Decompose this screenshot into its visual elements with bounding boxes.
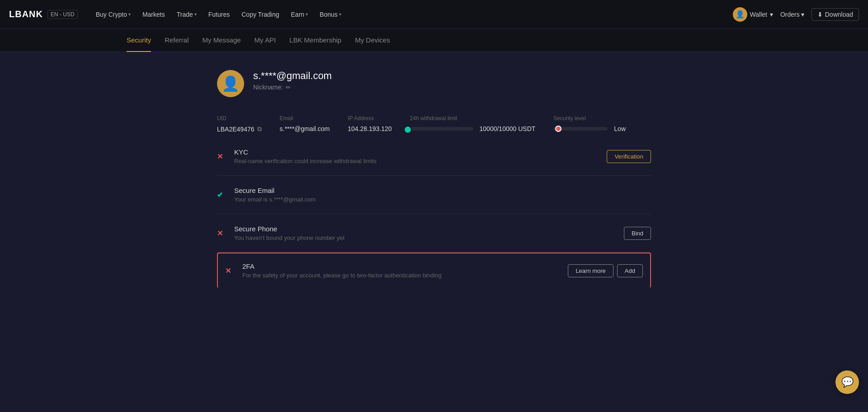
chevron-down-icon: ▾ (339, 12, 341, 17)
secure-phone-description: You haven't bound your phone number yet (234, 234, 624, 241)
secure-phone-title: Secure Phone (234, 225, 624, 233)
nav-markets[interactable]: Markets (138, 8, 170, 21)
navbar: LBANK EN - USD Buy Crypto ▾ Markets Trad… (0, 0, 868, 29)
email-content: Secure Email Your email is s.****@gmail.… (234, 187, 651, 203)
email-label: Email (280, 115, 330, 122)
chevron-down-icon: ▾ (801, 11, 804, 18)
tab-my-devices[interactable]: My Devices (355, 29, 390, 52)
stats-row: UID LBA2E49476 ⧉ Email s.****@gmail.com … (217, 115, 651, 137)
bind-phone-button[interactable]: Bind (624, 227, 651, 240)
withdrawal-progress-bar (410, 127, 473, 131)
kyc-content: KYC Real-name verification could increas… (234, 148, 607, 164)
2fa-content: 2FA For the safety of your account, plea… (242, 262, 568, 279)
status-check-icon: ✔ (217, 191, 228, 199)
stat-uid: UID LBA2E49476 ⧉ (217, 115, 262, 133)
nav-earn[interactable]: Earn ▾ (287, 8, 313, 21)
nav-links: Buy Crypto ▾ Markets Trade ▾ Futures Cop… (91, 8, 733, 21)
nav-buy-crypto[interactable]: Buy Crypto ▾ (91, 8, 135, 21)
wallet-button[interactable]: 👤 Wallet ▾ (733, 7, 773, 22)
tab-lbk-membership[interactable]: LBK Membership (289, 29, 341, 52)
kyc-title: KYC (234, 148, 607, 156)
status-x-icon: ✕ (225, 267, 236, 275)
verification-button[interactable]: Verification (607, 150, 651, 163)
security-level-label: Security level (553, 115, 626, 122)
add-2fa-button[interactable]: Add (617, 264, 643, 277)
2fa-description: For the safety of your account, please g… (242, 272, 568, 279)
edit-nickname-icon[interactable]: ✏ (286, 84, 291, 91)
navbar-right: 👤 Wallet ▾ Orders ▾ ⬇ Download (733, 7, 859, 22)
stat-email: Email s.****@gmail.com (280, 115, 330, 133)
tab-bar: Security Referral My Message My API LBK … (0, 29, 868, 52)
security-item-2fa: ✕ 2FA For the safety of your account, pl… (217, 253, 651, 288)
orders-button[interactable]: Orders ▾ (780, 11, 804, 18)
main-content: 👤 s.****@gmail.com Nickname: ✏ UID LBA2E… (208, 52, 660, 310)
chevron-down-icon: ▾ (770, 11, 773, 18)
profile-avatar: 👤 (217, 70, 244, 97)
secure-email-title: Secure Email (234, 187, 651, 194)
stat-withdrawal: 24h withdrawal limit 10000/10000 USDT (410, 115, 536, 133)
tab-my-api[interactable]: My API (255, 29, 276, 52)
profile-email: s.****@gmail.com (253, 70, 651, 82)
security-level-value: Low (553, 125, 626, 132)
avatar: 👤 (733, 7, 747, 22)
2fa-actions: Learn more Add (568, 264, 643, 277)
profile-section: 👤 s.****@gmail.com Nickname: ✏ (217, 70, 651, 97)
security-item-phone: ✕ Secure Phone You haven't bound your ph… (217, 214, 651, 253)
profile-nickname: Nickname: ✏ (253, 84, 651, 91)
uid-value: LBA2E49476 ⧉ (217, 125, 262, 133)
chevron-down-icon: ▾ (194, 12, 197, 17)
security-item-kyc: ✕ KYC Real-name verification could incre… (217, 137, 651, 176)
withdrawal-label: 24h withdrawal limit (410, 115, 536, 122)
language-selector[interactable]: EN - USD (47, 10, 78, 19)
nav-bonus[interactable]: Bonus ▾ (315, 8, 346, 21)
secure-email-description: Your email is s.****@gmail.com (234, 196, 651, 203)
tab-my-message[interactable]: My Message (203, 29, 241, 52)
uid-label: UID (217, 115, 262, 122)
chat-widget[interactable]: 💬 (835, 370, 859, 394)
kyc-description: Real-name verification could increase wi… (234, 158, 607, 164)
chevron-down-icon: ▾ (128, 12, 131, 17)
security-item-email: ✔ Secure Email Your email is s.****@gmai… (217, 176, 651, 214)
kyc-actions: Verification (607, 150, 651, 163)
download-icon: ⬇ (817, 11, 823, 18)
learn-more-button[interactable]: Learn more (568, 264, 613, 277)
status-x-icon: ✕ (217, 152, 228, 161)
chevron-down-icon: ▾ (306, 12, 308, 17)
chat-icon: 💬 (841, 376, 854, 388)
email-value: s.****@gmail.com (280, 125, 330, 132)
status-x-icon: ✕ (217, 229, 228, 238)
phone-actions: Bind (624, 227, 651, 240)
stat-ip: IP Address 104.28.193.120 (348, 115, 392, 133)
nav-trade[interactable]: Trade ▾ (172, 8, 201, 21)
security-slider-thumb (555, 126, 561, 132)
stat-security-level: Security level Low (553, 115, 626, 133)
nav-futures[interactable]: Futures (204, 8, 234, 21)
security-slider (553, 127, 608, 131)
phone-content: Secure Phone You haven't bound your phon… (234, 225, 624, 241)
download-button[interactable]: ⬇ Download (811, 8, 859, 21)
tab-security[interactable]: Security (127, 29, 151, 52)
tab-referral[interactable]: Referral (165, 29, 189, 52)
ip-value: 104.28.193.120 (348, 125, 392, 132)
brand-logo: LBANK (9, 9, 43, 19)
copy-uid-icon[interactable]: ⧉ (257, 125, 262, 133)
withdrawal-value: 10000/10000 USDT (410, 125, 536, 132)
ip-label: IP Address (348, 115, 392, 122)
profile-info: s.****@gmail.com Nickname: ✏ (253, 70, 651, 91)
nav-copy-trading[interactable]: Copy Trading (237, 8, 283, 21)
2fa-title: 2FA (242, 262, 568, 270)
